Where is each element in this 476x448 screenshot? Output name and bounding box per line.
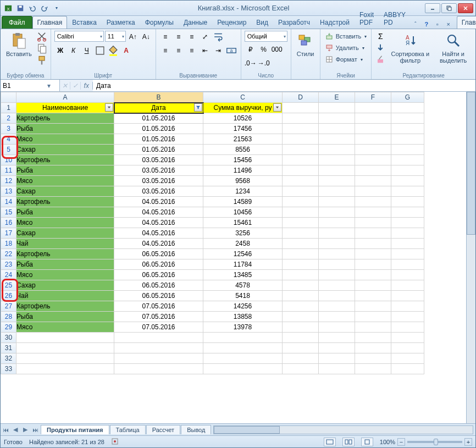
filter-button-B[interactable] xyxy=(194,103,202,112)
macro-record-icon[interactable] xyxy=(111,438,119,446)
cell[interactable] xyxy=(283,259,319,270)
cell[interactable] xyxy=(283,270,319,280)
name-box-dropdown-icon[interactable]: ▾ xyxy=(45,82,53,90)
cell[interactable] xyxy=(283,176,319,186)
sheet-tab[interactable]: Рассчет xyxy=(146,425,181,434)
cell[interactable]: 06.05.2016 xyxy=(114,249,203,259)
col-header-C[interactable]: C xyxy=(203,92,283,103)
cell[interactable]: 06.05.2016 xyxy=(114,280,203,291)
cell[interactable] xyxy=(16,353,114,364)
font-size-combo[interactable]: 11 xyxy=(105,31,126,42)
cell[interactable]: 03.05.2016 xyxy=(114,155,203,165)
ribbon-tab[interactable]: ABBYY PD xyxy=(379,8,411,29)
cell[interactable] xyxy=(391,301,424,312)
cell[interactable] xyxy=(319,113,355,124)
filter-button-A[interactable] xyxy=(105,103,113,112)
cell[interactable] xyxy=(203,333,283,343)
cell[interactable]: 11496 xyxy=(203,165,283,176)
save-icon[interactable] xyxy=(15,3,26,14)
cell[interactable]: Чай xyxy=(16,291,114,301)
cell[interactable] xyxy=(391,364,424,374)
fx-icon[interactable]: fx xyxy=(81,82,93,90)
cell[interactable] xyxy=(319,239,355,249)
indent-inc-icon[interactable]: ⇥ xyxy=(212,45,224,57)
cell[interactable]: 07.05.2016 xyxy=(114,322,203,333)
table-header-date[interactable]: Дата xyxy=(114,103,203,113)
row-header[interactable]: 10 xyxy=(1,155,16,165)
ribbon-tab[interactable]: Разметка xyxy=(102,16,140,29)
name-box-input[interactable] xyxy=(1,81,45,91)
cell[interactable]: Сахар xyxy=(16,186,114,197)
cell[interactable]: 13485 xyxy=(203,270,283,280)
cell[interactable] xyxy=(391,176,424,186)
cell[interactable] xyxy=(319,353,355,364)
shrink-font-icon[interactable]: A↓ xyxy=(140,31,152,43)
cell[interactable] xyxy=(355,197,391,207)
row-header[interactable]: 11 xyxy=(1,165,16,176)
cell[interactable]: Рыба xyxy=(16,165,114,176)
cell[interactable] xyxy=(319,333,355,343)
row-header[interactable]: 14 xyxy=(1,197,16,207)
cell[interactable] xyxy=(283,124,319,134)
ribbon-tab[interactable]: Формулы xyxy=(140,16,179,29)
cell[interactable]: 01.05.2016 xyxy=(114,145,203,155)
cell[interactable]: 21563 xyxy=(203,134,283,145)
font-name-combo[interactable]: Calibri xyxy=(54,31,104,42)
cell[interactable] xyxy=(319,145,355,155)
row-header[interactable]: 1 xyxy=(1,103,16,113)
cell[interactable] xyxy=(355,218,391,228)
cell[interactable] xyxy=(391,113,424,124)
cell[interactable] xyxy=(391,249,424,259)
cell[interactable] xyxy=(355,353,391,364)
cell[interactable]: Чай xyxy=(16,239,114,249)
wrap-text-icon[interactable] xyxy=(212,31,224,43)
italic-icon[interactable]: К xyxy=(68,45,80,57)
cell[interactable] xyxy=(355,239,391,249)
cell[interactable] xyxy=(355,343,391,353)
close-button[interactable] xyxy=(458,3,473,13)
cell[interactable] xyxy=(391,155,424,165)
ribbon-tab[interactable]: Рецензир xyxy=(212,16,251,29)
row-header[interactable]: 18 xyxy=(1,239,16,249)
table-header-revenue[interactable]: Сумма выручки, ру xyxy=(203,103,283,113)
cell[interactable]: Сахар xyxy=(16,280,114,291)
cell[interactable]: 04.05.2016 xyxy=(114,239,203,249)
sort-filter-button[interactable]: АЯ Сортировка и фильтр xyxy=(388,31,432,65)
cell[interactable]: 07.05.2016 xyxy=(114,312,203,322)
border-icon[interactable] xyxy=(94,45,106,57)
cell[interactable] xyxy=(391,103,424,113)
zoom-in-icon[interactable]: + xyxy=(464,438,472,446)
cell[interactable] xyxy=(391,239,424,249)
cell[interactable] xyxy=(355,312,391,322)
cell[interactable] xyxy=(391,280,424,291)
horizontal-scrollbar[interactable] xyxy=(213,425,473,434)
cell[interactable] xyxy=(355,364,391,374)
sheet-tab[interactable]: Вывод xyxy=(181,425,211,434)
cell[interactable] xyxy=(355,207,391,218)
cell[interactable] xyxy=(355,176,391,186)
fill-icon[interactable] xyxy=(375,42,386,53)
cell[interactable]: Картофель xyxy=(16,197,114,207)
align-right-icon[interactable]: ≡ xyxy=(186,45,198,57)
cell[interactable] xyxy=(283,312,319,322)
tab-nav-prev-icon[interactable]: ◀ xyxy=(10,425,20,435)
cell[interactable]: 11784 xyxy=(203,259,283,270)
filter-button-C[interactable] xyxy=(273,103,281,112)
cell[interactable]: 14256 xyxy=(203,301,283,312)
row-header[interactable]: 22 xyxy=(1,249,16,259)
cell[interactable] xyxy=(319,124,355,134)
cell[interactable] xyxy=(114,353,203,364)
cell[interactable] xyxy=(391,124,424,134)
cell[interactable] xyxy=(319,103,355,113)
cancel-formula-icon[interactable]: ✕ xyxy=(60,82,70,90)
tab-nav-next-icon[interactable]: ▶ xyxy=(20,425,30,435)
align-center-icon[interactable]: ≡ xyxy=(173,45,185,57)
ribbon-tab[interactable]: Вид xyxy=(251,16,273,29)
dec-decimal-icon[interactable]: →.0 xyxy=(258,57,270,69)
cell[interactable] xyxy=(283,103,319,113)
row-header[interactable]: 4 xyxy=(1,134,16,145)
cell[interactable] xyxy=(391,186,424,197)
cell[interactable]: Рыба xyxy=(16,207,114,218)
cell[interactable] xyxy=(355,228,391,239)
ribbon-tab[interactable]: Разработч xyxy=(273,16,315,29)
